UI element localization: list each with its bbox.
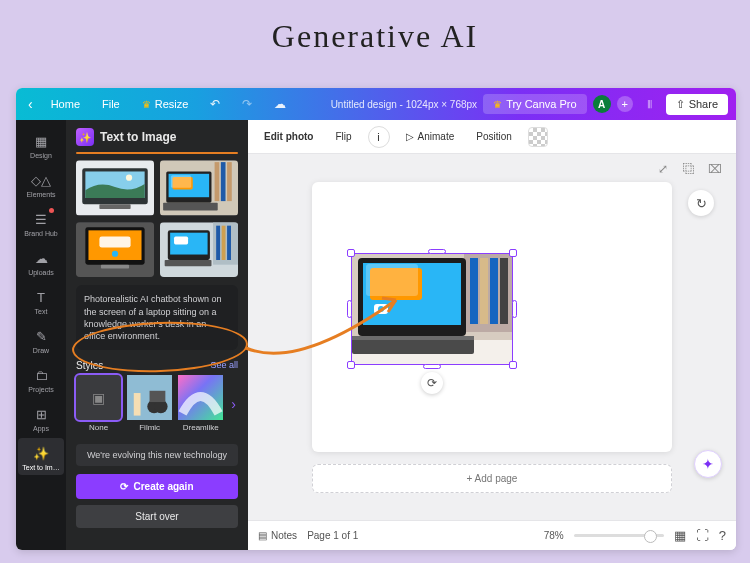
transparency-button[interactable] bbox=[528, 127, 548, 147]
crown-icon: ♛ bbox=[493, 99, 502, 110]
canvas-stage[interactable]: ⤢ ⿻ ⌧ ↻ bbox=[248, 154, 736, 520]
rail-item-projects[interactable]: 🗀Projects bbox=[18, 360, 64, 397]
undo-edit-fab[interactable]: ↻ bbox=[688, 190, 714, 216]
resize-handle-w[interactable] bbox=[347, 300, 352, 318]
styles-list: ▣ None Filmic Dreamlike › bbox=[66, 375, 248, 432]
zoom-slider[interactable] bbox=[574, 534, 664, 537]
play-icon: ▷ bbox=[406, 131, 414, 142]
rail-item-elements[interactable]: ◇△Elements bbox=[18, 165, 64, 202]
add-page-button[interactable]: + Add page bbox=[312, 464, 672, 493]
generated-image-2[interactable] bbox=[160, 160, 238, 216]
left-navigation-rail: ▦Design ◇△Elements ☰Brand Hub ☁Uploads T… bbox=[16, 120, 66, 550]
rail-item-draw[interactable]: ✎Draw bbox=[18, 321, 64, 358]
cloud-sync-icon[interactable]: ☁ bbox=[266, 94, 294, 114]
file-menu[interactable]: File bbox=[94, 95, 128, 113]
svg-rect-39 bbox=[490, 258, 498, 324]
home-button[interactable]: Home bbox=[43, 95, 88, 113]
svg-rect-17 bbox=[99, 236, 130, 247]
magic-assistant-fab[interactable]: ✦ bbox=[694, 450, 722, 478]
resize-handle-nw[interactable] bbox=[347, 249, 355, 257]
bottom-bar: ▤Notes Page 1 of 1 78% ▦ ⛶ ? bbox=[248, 520, 736, 550]
template-icon: ▦ bbox=[32, 132, 50, 150]
svg-rect-49 bbox=[352, 336, 474, 340]
rail-item-uploads[interactable]: ☁Uploads bbox=[18, 243, 64, 280]
design-page-1[interactable]: ⟳ bbox=[312, 182, 672, 452]
page-tools: ⤢ ⿻ ⌧ bbox=[654, 160, 724, 178]
text-to-image-app-icon: ✨ bbox=[76, 128, 94, 146]
cloud-upload-icon: ☁ bbox=[32, 249, 50, 267]
svg-rect-37 bbox=[470, 258, 478, 324]
resize-handle-n[interactable] bbox=[428, 249, 446, 254]
lock-page-icon[interactable]: ⤢ bbox=[654, 160, 672, 178]
svg-point-47 bbox=[378, 306, 384, 312]
text-icon: T bbox=[32, 288, 50, 306]
resize-handle-s[interactable] bbox=[423, 364, 441, 369]
rail-item-design[interactable]: ▦Design bbox=[18, 126, 64, 163]
page-indicator[interactable]: Page 1 of 1 bbox=[307, 530, 358, 541]
svg-rect-19 bbox=[101, 264, 129, 268]
generated-image-1[interactable] bbox=[76, 160, 154, 216]
resize-handle-sw[interactable] bbox=[347, 361, 355, 369]
svg-rect-24 bbox=[227, 225, 231, 259]
prompt-text: Photorealistic AI chatbot shown on the s… bbox=[84, 294, 222, 340]
crown-icon: ♛ bbox=[142, 99, 151, 110]
style-option-filmic[interactable]: Filmic bbox=[127, 375, 172, 432]
selected-canvas-image[interactable]: ⟳ bbox=[352, 254, 512, 364]
pencil-icon: ✎ bbox=[32, 327, 50, 345]
insights-icon[interactable]: ⫴ bbox=[639, 94, 660, 114]
document-title[interactable]: Untitled design - 1024px × 768px bbox=[331, 99, 478, 110]
rail-item-text-to-image[interactable]: ✨Text to Im… bbox=[18, 438, 64, 475]
grid-view-icon[interactable]: ▦ bbox=[674, 528, 686, 543]
position-button[interactable]: Position bbox=[470, 127, 518, 146]
styles-scroll-right[interactable]: › bbox=[229, 396, 238, 412]
style-option-dreamlike[interactable]: Dreamlike bbox=[178, 375, 223, 432]
svg-rect-12 bbox=[171, 175, 191, 187]
redo-button[interactable]: ↷ bbox=[234, 94, 260, 114]
edit-photo-button[interactable]: Edit photo bbox=[258, 127, 319, 146]
undo-button[interactable]: ↶ bbox=[202, 94, 228, 114]
svg-rect-6 bbox=[215, 162, 220, 201]
rotate-handle[interactable]: ⟳ bbox=[421, 372, 443, 394]
resize-handle-ne[interactable] bbox=[509, 249, 517, 257]
duplicate-page-icon[interactable]: ⿻ bbox=[680, 160, 698, 178]
style-option-none[interactable]: ▣ None bbox=[76, 375, 121, 432]
brand-icon: ☰ bbox=[32, 210, 50, 228]
info-button[interactable]: i bbox=[368, 126, 390, 148]
rail-item-apps[interactable]: ⊞Apps bbox=[18, 399, 64, 436]
shapes-icon: ◇△ bbox=[32, 171, 50, 189]
panel-header: ✨ Text to Image bbox=[66, 120, 248, 152]
create-again-button[interactable]: ⟳Create again bbox=[76, 474, 238, 499]
style-thumb-filmic bbox=[127, 375, 172, 420]
notification-dot-icon bbox=[49, 208, 54, 213]
start-over-button[interactable]: Start over bbox=[76, 505, 238, 528]
rail-item-brandhub[interactable]: ☰Brand Hub bbox=[18, 204, 64, 241]
generated-image-3[interactable] bbox=[76, 222, 154, 278]
fullscreen-icon[interactable]: ⛶ bbox=[696, 528, 709, 543]
sparkle-icon: ✨ bbox=[32, 444, 50, 462]
svg-rect-23 bbox=[222, 225, 226, 259]
evolving-notice[interactable]: We're evolving this new technology bbox=[76, 444, 238, 466]
resize-handle-e[interactable] bbox=[512, 300, 517, 318]
prompt-text-input[interactable]: Photorealistic AI chatbot shown on the s… bbox=[76, 285, 238, 350]
rail-item-text[interactable]: TText bbox=[18, 282, 64, 319]
resize-button[interactable]: ♛Resize bbox=[134, 95, 197, 113]
animate-button[interactable]: ▷Animate bbox=[400, 127, 461, 146]
text-to-image-panel: ✨ Text to Image Photorealistic bbox=[66, 120, 248, 550]
user-avatar[interactable]: A bbox=[593, 95, 611, 113]
resize-handle-se[interactable] bbox=[509, 361, 517, 369]
context-toolbar: Edit photo Flip i ▷Animate Position bbox=[248, 120, 736, 154]
see-all-styles-link[interactable]: See all bbox=[210, 360, 238, 370]
help-icon[interactable]: ? bbox=[719, 528, 726, 543]
back-button[interactable]: ‹ bbox=[24, 96, 37, 112]
share-button[interactable]: ⇧Share bbox=[666, 94, 728, 115]
generated-image-4[interactable] bbox=[160, 222, 238, 278]
top-bar: ‹ Home File ♛Resize ↶ ↷ ☁ Untitled desig… bbox=[16, 88, 736, 120]
try-canva-pro-button[interactable]: ♛Try Canva Pro bbox=[483, 94, 587, 114]
svg-rect-38 bbox=[480, 258, 488, 324]
notes-button[interactable]: ▤Notes bbox=[258, 530, 297, 541]
add-collaborator-button[interactable]: + bbox=[617, 96, 633, 112]
delete-page-icon[interactable]: ⌧ bbox=[706, 160, 724, 178]
canva-app-window: ‹ Home File ♛Resize ↶ ↷ ☁ Untitled desig… bbox=[16, 88, 736, 550]
flip-button[interactable]: Flip bbox=[329, 127, 357, 146]
zoom-level[interactable]: 78% bbox=[544, 530, 564, 541]
